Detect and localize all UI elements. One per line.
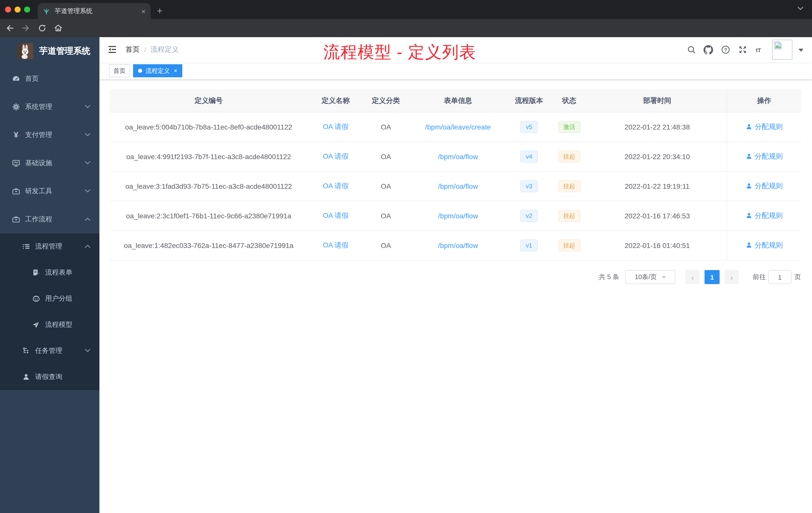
col-header-name: 定义名称 bbox=[308, 89, 364, 112]
form-link[interactable]: /bpm/oa/flow bbox=[438, 212, 478, 220]
toolbox-icon bbox=[12, 187, 20, 195]
cell-category: OA bbox=[364, 142, 408, 172]
assign-rule-button[interactable]: 分配规则 bbox=[746, 241, 783, 250]
definition-name-link[interactable]: OA 请假 bbox=[323, 152, 349, 160]
window-minimize-button[interactable] bbox=[14, 6, 21, 12]
assign-rule-button[interactable]: 分配规则 bbox=[746, 211, 783, 220]
browser-tab[interactable]: 芋道管理系统 × bbox=[38, 3, 151, 19]
user-icon bbox=[746, 213, 752, 219]
sidebar-item-task-manage[interactable]: 任务管理 bbox=[0, 338, 99, 364]
cell-id: oa_leave:2:3c1f0ef1-76b1-11ec-9c66-a2380… bbox=[110, 201, 308, 231]
col-header-version: 流程版本 bbox=[508, 89, 550, 112]
definition-name-link[interactable]: OA 请假 bbox=[323, 241, 349, 249]
sidebar-item-devtools[interactable]: 研发工具 bbox=[0, 177, 99, 205]
window-close-button[interactable] bbox=[5, 6, 11, 12]
sidebar-item-leave-query[interactable]: 请假查询 bbox=[0, 364, 99, 390]
user-icon bbox=[22, 373, 30, 381]
definition-name-link[interactable]: OA 请假 bbox=[323, 122, 349, 130]
tab-overflow-chevron-icon[interactable] bbox=[798, 6, 804, 10]
screen: 芋道管理系统 × + 不安全 dashboard.yudao.iocoder.c… bbox=[0, 0, 812, 513]
cell-deploy-time: 2022-01-16 17:46:53 bbox=[588, 201, 727, 231]
status-badge: 挂起 bbox=[558, 239, 580, 251]
pagination-total: 共 5 条 bbox=[599, 273, 619, 281]
gear-icon bbox=[12, 103, 20, 111]
tags-view-bar: 首页 流程定义 × bbox=[99, 62, 812, 80]
sidebar-item-infra[interactable]: 基础设施 bbox=[0, 149, 99, 177]
definition-name-link[interactable]: OA 请假 bbox=[323, 211, 349, 219]
version-badge: v5 bbox=[520, 121, 538, 133]
user-avatar[interactable] bbox=[772, 40, 792, 60]
next-page-button[interactable]: › bbox=[725, 270, 739, 284]
new-tab-button[interactable]: + bbox=[153, 4, 167, 18]
home-icon[interactable] bbox=[54, 24, 63, 33]
prev-page-button[interactable]: ‹ bbox=[686, 270, 699, 284]
window-zoom-button[interactable] bbox=[24, 6, 30, 12]
table-row: oa_leave:3:1fad3d93-7b75-11ec-a3c8-acde4… bbox=[110, 172, 802, 201]
assign-rule-button[interactable]: 分配规则 bbox=[746, 122, 783, 131]
sidebar-item-payment[interactable]: ¥ 支付管理 bbox=[0, 121, 99, 149]
browser-tabstrip: 芋道管理系统 × + bbox=[0, 0, 812, 19]
breadcrumb-home[interactable]: 首页 bbox=[125, 45, 140, 54]
avatar-caret-icon[interactable] bbox=[799, 49, 804, 52]
form-link[interactable]: /bpm/oa/leave/create bbox=[425, 123, 491, 131]
definition-table: 定义编号 定义名称 定义分类 表单信息 流程版本 状态 部署时间 操作 oa_l bbox=[110, 89, 802, 261]
tab-close-icon[interactable]: × bbox=[141, 7, 146, 15]
main-panel: 流程模型 - 定义列表 首页 / 流程定义 ? bbox=[99, 37, 812, 513]
user-icon bbox=[746, 183, 752, 189]
app-window: 芋道管理系统 首页 系统管理 ¥ 支付 bbox=[0, 37, 812, 513]
forward-icon[interactable] bbox=[21, 24, 30, 33]
user-icon bbox=[746, 124, 752, 130]
github-icon[interactable] bbox=[703, 45, 713, 55]
assign-rule-button[interactable]: 分配规则 bbox=[746, 152, 783, 161]
status-badge: 挂起 bbox=[558, 210, 580, 222]
svg-text:?: ? bbox=[724, 47, 727, 53]
sidebar-fold-icon[interactable] bbox=[108, 45, 117, 54]
tag-home[interactable]: 首页 bbox=[109, 64, 130, 77]
sidebar-item-process-manage[interactable]: 流程管理 bbox=[0, 233, 99, 260]
sidebar-item-user-group[interactable]: 用户分组 bbox=[0, 285, 99, 312]
help-icon[interactable]: ? bbox=[721, 45, 730, 54]
status-badge: 挂起 bbox=[558, 151, 580, 163]
sidebar-item-process-form[interactable]: 流程表单 bbox=[0, 260, 99, 285]
sidebar: 芋道管理系统 首页 系统管理 ¥ 支付 bbox=[0, 37, 99, 513]
face-icon bbox=[32, 295, 40, 303]
fullscreen-icon[interactable] bbox=[738, 45, 747, 54]
page-size-select[interactable]: 10条/页 bbox=[625, 270, 675, 284]
goto-label: 前往 bbox=[753, 273, 766, 281]
status-badge: 挂起 bbox=[558, 180, 580, 192]
reload-icon[interactable] bbox=[38, 24, 47, 33]
search-icon[interactable] bbox=[687, 45, 696, 54]
tag-process-definition[interactable]: 流程定义 × bbox=[133, 64, 182, 77]
back-icon[interactable] bbox=[5, 24, 14, 33]
table-row: oa_leave:2:3c1f0ef1-76b1-11ec-9c66-a2380… bbox=[110, 201, 802, 231]
version-badge: v1 bbox=[520, 239, 538, 251]
sidebar-item-workflow[interactable]: 工作流程 bbox=[0, 205, 99, 233]
font-size-icon[interactable]: tT bbox=[756, 46, 767, 54]
chevron-down-icon bbox=[85, 349, 90, 352]
goto-page-input[interactable] bbox=[768, 270, 791, 284]
sidebar-item-system[interactable]: 系统管理 bbox=[0, 93, 99, 121]
breadcrumb-separator: / bbox=[144, 46, 146, 54]
assign-rule-button[interactable]: 分配规则 bbox=[746, 182, 783, 191]
sidebar-item-process-model[interactable]: 流程模型 bbox=[0, 312, 99, 338]
page-number-1[interactable]: 1 bbox=[704, 270, 720, 284]
cell-deploy-time: 2022-01-16 01:40:51 bbox=[588, 231, 727, 260]
col-header-status: 状态 bbox=[550, 89, 588, 112]
cell-deploy-time: 2022-01-22 19:19:11 bbox=[588, 172, 727, 201]
definition-name-link[interactable]: OA 请假 bbox=[323, 182, 349, 190]
app-logo[interactable]: 芋道管理系统 bbox=[0, 37, 99, 65]
cell-id: oa_leave:4:991f2193-7b7f-11ec-a3c8-acde4… bbox=[110, 142, 308, 172]
monitor-icon bbox=[12, 159, 20, 167]
form-link[interactable]: /bpm/oa/flow bbox=[438, 182, 478, 190]
document-edit-icon bbox=[32, 269, 40, 277]
form-link[interactable]: /bpm/oa/flow bbox=[438, 153, 478, 161]
cell-deploy-time: 2022-01-22 20:34:10 bbox=[588, 142, 727, 172]
form-link[interactable]: /bpm/oa/flow bbox=[438, 241, 478, 249]
sidebar-item-home[interactable]: 首页 bbox=[0, 65, 99, 93]
tag-close-icon[interactable]: × bbox=[174, 68, 177, 74]
tab-title: 芋道管理系统 bbox=[55, 7, 141, 15]
chevron-down-icon bbox=[85, 133, 90, 137]
chevron-up-icon bbox=[85, 217, 90, 221]
table-header-row: 定义编号 定义名称 定义分类 表单信息 流程版本 状态 部署时间 操作 bbox=[110, 89, 802, 112]
yen-icon: ¥ bbox=[12, 131, 20, 139]
